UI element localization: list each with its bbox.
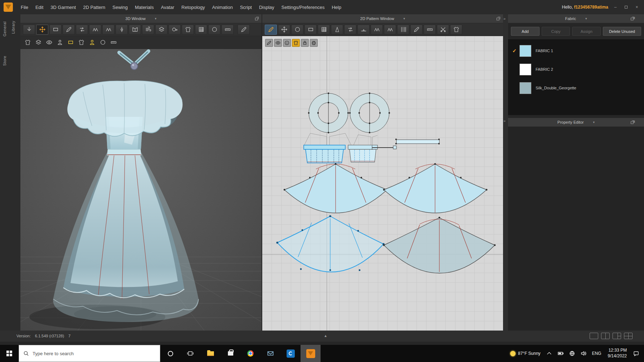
fabric-dropdown-icon[interactable]: ▾ [585, 17, 587, 20]
clo-app-button[interactable] [280, 345, 301, 362]
language-button[interactable]: ENG [589, 345, 604, 362]
menu-materials[interactable]: Materials [131, 0, 157, 14]
action-center-button[interactable] [630, 345, 644, 362]
start-button[interactable] [0, 345, 19, 362]
show-internal-lines-button[interactable] [34, 38, 43, 47]
fabric-float-icon[interactable] [630, 16, 635, 21]
show-fabric-2d-button[interactable] [292, 39, 300, 47]
edit-sewing-button[interactable] [76, 25, 88, 35]
arrange-points-button[interactable] [195, 25, 207, 35]
lock-pattern-button[interactable] [301, 39, 309, 47]
property-editor-float-icon[interactable] [630, 120, 635, 124]
stylus-button[interactable] [238, 25, 250, 35]
panel-3d-float-icon[interactable] [255, 16, 259, 21]
layout-three-pane-button[interactable] [613, 333, 621, 339]
tape-measure-button[interactable] [109, 38, 118, 47]
simulate-button[interactable] [23, 25, 35, 35]
show-avatar-button[interactable] [55, 38, 65, 47]
grid-texture-button[interactable] [221, 25, 234, 35]
tab-general[interactable]: General [3, 21, 7, 36]
panel-2d-dropdown-icon[interactable]: ▾ [404, 17, 405, 20]
weather-widget[interactable]: 87°F Sunny [507, 345, 543, 362]
cloth-button[interactable] [450, 25, 462, 35]
show-texture-2d-button[interactable] [274, 39, 282, 47]
free-sewing-2d-button[interactable] [384, 25, 396, 35]
select-mesh-button[interactable] [49, 25, 62, 35]
file-explorer-button[interactable] [200, 345, 220, 362]
segment-sewing-2d-button[interactable] [371, 25, 383, 35]
fabric-assign-button[interactable]: Assign [572, 27, 601, 36]
close-button[interactable]: × [633, 4, 640, 10]
transform-pattern-button[interactable] [265, 25, 277, 35]
panel-2d-header[interactable]: 2D Pattern Window ▾ [262, 14, 503, 23]
taskbar-search[interactable] [19, 345, 160, 362]
pattern-piece-underskirt-back[interactable] [383, 217, 496, 273]
fabric-delete-unused-button[interactable]: Delete Unused [603, 27, 641, 36]
dart-button[interactable] [331, 25, 343, 35]
clock-button[interactable]: 12:33 PM 9/14/2022 [604, 345, 630, 362]
menu-file[interactable]: File [17, 0, 32, 14]
panel-2d-float-icon[interactable] [496, 16, 501, 21]
pleats-button[interactable] [397, 25, 409, 35]
trace-button[interactable] [410, 25, 423, 35]
grading-button[interactable] [344, 25, 356, 35]
print-layout-button[interactable] [310, 39, 318, 47]
layout-two-pane-button[interactable] [601, 333, 610, 339]
collapse-fabric-icon[interactable]: » [503, 16, 506, 21]
marvelous-designer-button[interactable] [301, 345, 321, 362]
fabric-panel-header[interactable]: Fabric ▾ × [508, 14, 644, 23]
wind-button[interactable] [142, 25, 154, 35]
show-pattern-info-button[interactable] [283, 39, 291, 47]
pattern-piece-underskirt-selected[interactable] [276, 215, 385, 272]
maximize-button[interactable] [623, 4, 630, 10]
menu-help[interactable]: Help [328, 0, 345, 14]
select-move-button[interactable] [36, 25, 48, 35]
segment-sewing-button[interactable] [89, 25, 101, 35]
menu-settings-preferences[interactable]: Settings/Preferences [278, 0, 328, 14]
fabric-swatch-2[interactable] [519, 64, 531, 75]
menu-display[interactable]: Display [255, 0, 278, 14]
menu-3d-garment[interactable]: 3D Garment [47, 0, 79, 14]
search-input[interactable] [33, 351, 156, 356]
show-seamlines-button[interactable] [44, 38, 54, 47]
username-text[interactable]: f123456789atima [574, 5, 608, 10]
rectangle-pattern-button[interactable] [304, 25, 317, 35]
show-garment-button[interactable] [23, 38, 33, 47]
fabric-swatch-3[interactable] [519, 82, 531, 94]
store-button[interactable] [220, 345, 240, 362]
fabric-copy-button[interactable]: Copy [542, 27, 570, 36]
tab-library[interactable]: Library [11, 21, 15, 34]
show-texture-button[interactable] [66, 38, 75, 47]
fabric-list-item-1[interactable]: ✓ FABRIC 1 [508, 41, 644, 60]
pattern-piece-bodice-front[interactable] [304, 145, 345, 163]
panel-3d-dropdown-icon[interactable]: ▾ [155, 17, 157, 20]
pattern-piece-waistband[interactable] [395, 139, 440, 144]
free-sewing-button[interactable] [102, 25, 114, 35]
pattern-piece-skirt-back[interactable] [383, 163, 488, 213]
layout-grid-button[interactable] [624, 333, 633, 339]
fabric-add-button[interactable]: Add [511, 27, 540, 36]
mail-button[interactable] [260, 345, 280, 362]
notch-button[interactable] [357, 25, 370, 35]
battery-button[interactable] [555, 345, 566, 362]
menu-avatar[interactable]: Avatar [157, 0, 178, 14]
pattern-piece-ruffle-left[interactable] [308, 93, 349, 133]
pin-button[interactable] [116, 25, 128, 35]
hidden-icons-button[interactable] [543, 345, 555, 362]
chrome-button[interactable] [240, 345, 260, 362]
property-editor-header[interactable]: Property Editor ▾ × [508, 118, 644, 127]
flatten-button[interactable] [182, 25, 194, 35]
cut-button[interactable] [437, 25, 449, 35]
measure-tape-button[interactable] [169, 25, 181, 35]
property-editor-dropdown-icon[interactable]: ▾ [593, 120, 595, 124]
show-pattern-outline-button[interactable] [265, 39, 273, 47]
show-fabric-button[interactable] [87, 38, 97, 47]
pattern-piece-ruffle-right[interactable] [349, 93, 390, 133]
menu-sewing[interactable]: Sewing [109, 0, 131, 14]
volume-button[interactable] [578, 345, 589, 362]
expand-up-icon[interactable]: ▲ [324, 334, 327, 338]
task-view-button[interactable] [180, 345, 200, 362]
seam-allowance-button[interactable] [424, 25, 436, 35]
pattern-piece-skirt-front[interactable] [284, 163, 388, 213]
steam-button[interactable] [208, 25, 220, 35]
